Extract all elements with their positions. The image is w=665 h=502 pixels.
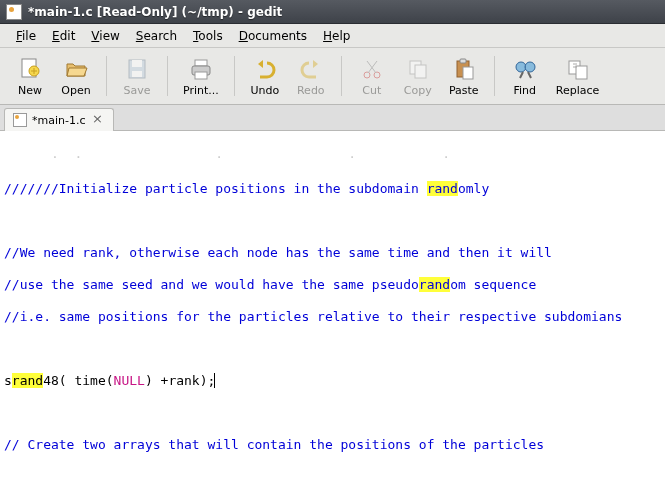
menu-tools[interactable]: Tools xyxy=(185,26,231,46)
toolbar-separator xyxy=(106,56,107,96)
window-title: *main-1.c [Read-Only] (~/tmp) - gedit xyxy=(28,5,282,19)
code-line: ///////Initialize particle positions in … xyxy=(4,181,661,197)
app-icon xyxy=(6,4,22,20)
code-line: //We need rank, otherwise each node has … xyxy=(4,245,661,261)
svg-rect-18 xyxy=(576,66,587,79)
cut-button: Cut xyxy=(350,52,394,100)
paste-button[interactable]: Paste xyxy=(442,52,486,100)
toolbar-separator xyxy=(341,56,342,96)
svg-point-9 xyxy=(374,72,380,78)
svg-rect-5 xyxy=(195,60,207,66)
toolbar: New Open Save Print... Undo Redo Cut Cop… xyxy=(0,48,665,105)
code-line: //use the same seed and we would have th… xyxy=(4,277,661,293)
redo-button: Redo xyxy=(289,52,333,100)
tab-bar: *main-1.c × xyxy=(0,105,665,131)
svg-rect-3 xyxy=(132,60,142,67)
window-titlebar: *main-1.c [Read-Only] (~/tmp) - gedit xyxy=(0,0,665,24)
toolbar-separator xyxy=(234,56,235,96)
undo-button[interactable]: Undo xyxy=(243,52,287,100)
svg-rect-4 xyxy=(132,71,142,77)
print-button[interactable]: Print... xyxy=(176,52,226,100)
code-line xyxy=(4,213,661,229)
menu-documents[interactable]: Documents xyxy=(231,26,315,46)
menu-help[interactable]: Help xyxy=(315,26,358,46)
open-button[interactable]: Open xyxy=(54,52,98,100)
svg-point-8 xyxy=(364,72,370,78)
svg-rect-7 xyxy=(195,72,207,79)
menu-view[interactable]: View xyxy=(83,26,127,46)
menu-file[interactable]: File xyxy=(8,26,44,46)
code-line: srand48( time(NULL) +rank); xyxy=(4,373,661,389)
toolbar-separator xyxy=(167,56,168,96)
code-line xyxy=(4,341,661,357)
code-line: // Create two arrays that will contain t… xyxy=(4,437,661,453)
svg-rect-13 xyxy=(460,59,466,63)
svg-point-16 xyxy=(525,62,535,72)
menu-edit[interactable]: Edit xyxy=(44,26,83,46)
toolbar-separator xyxy=(494,56,495,96)
menu-search[interactable]: Search xyxy=(128,26,185,46)
replace-button[interactable]: Replace xyxy=(549,52,607,100)
find-button[interactable]: Find xyxy=(503,52,547,100)
svg-rect-14 xyxy=(463,67,473,79)
svg-rect-11 xyxy=(415,65,426,78)
tab-label: *main-1.c xyxy=(32,114,86,127)
copy-button: Copy xyxy=(396,52,440,100)
code-line: · · · · · xyxy=(4,149,661,165)
close-icon[interactable]: × xyxy=(91,113,105,127)
tab-main-1-c[interactable]: *main-1.c × xyxy=(4,108,114,131)
code-editor[interactable]: · · · · · ///////Initialize particle pos… xyxy=(0,131,665,502)
code-line xyxy=(4,469,661,485)
save-button: Save xyxy=(115,52,159,100)
new-button[interactable]: New xyxy=(8,52,52,100)
menu-bar: File Edit View Search Tools Documents He… xyxy=(0,24,665,48)
code-line: //i.e. same positions for the particles … xyxy=(4,309,661,325)
code-line xyxy=(4,405,661,421)
document-icon xyxy=(13,113,27,127)
